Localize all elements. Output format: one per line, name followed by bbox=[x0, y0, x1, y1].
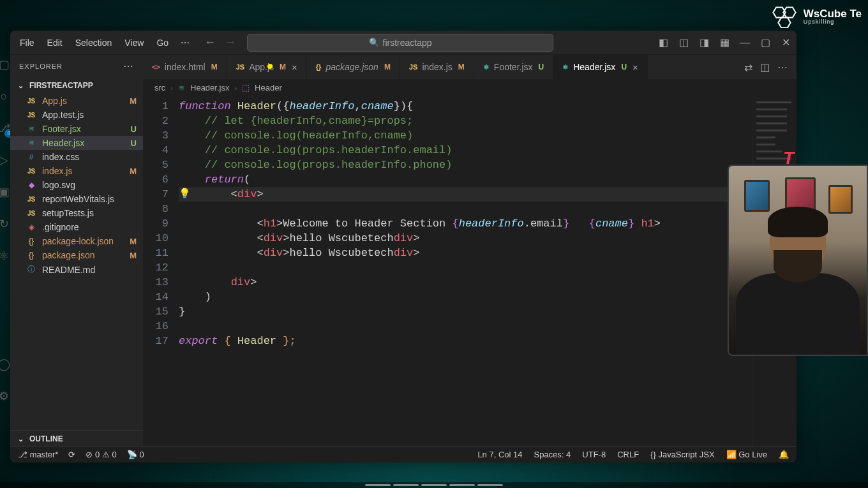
file-row[interactable]: JSApp.jsM bbox=[10, 94, 143, 108]
debug-icon[interactable]: ▷ bbox=[0, 153, 11, 167]
breadcrumb-part: src bbox=[154, 83, 165, 92]
editor-tab[interactable]: JSindex.jsM bbox=[400, 55, 474, 79]
search-icon[interactable]: ○ bbox=[0, 89, 11, 103]
explorer-more-icon[interactable]: ⋯ bbox=[123, 60, 134, 72]
chevron-down-icon: ⌄ bbox=[18, 435, 26, 443]
file-name: Footer.jsx bbox=[42, 124, 126, 134]
go-live-button[interactable]: 📶 Go Live bbox=[726, 450, 767, 459]
git-status: M bbox=[130, 166, 137, 176]
file-name: .gitignore bbox=[42, 222, 137, 232]
cursor-position[interactable]: Ln 7, Col 14 bbox=[477, 450, 522, 459]
editor-tab[interactable]: {}package.jsonM bbox=[307, 55, 400, 79]
git-status: U bbox=[621, 63, 627, 71]
os-taskbar[interactable] bbox=[0, 482, 868, 488]
minimize-icon[interactable]: — bbox=[738, 36, 752, 50]
editor-tab[interactable]: <>index.htmlM bbox=[143, 55, 227, 79]
eol[interactable]: CRLF bbox=[617, 450, 639, 459]
file-icon: ⓘ bbox=[26, 264, 37, 275]
editor-tab[interactable]: ⚛Header.jsxU× bbox=[553, 55, 648, 79]
settings-gear-icon[interactable]: ⚙ bbox=[0, 389, 11, 403]
language-mode[interactable]: {} JavaScript JSX bbox=[650, 450, 714, 459]
file-tree: JSApp.jsMJSApp.test.js⚛Footer.jsxU⚛Heade… bbox=[10, 94, 143, 430]
nav-forward-icon[interactable]: → bbox=[223, 35, 238, 50]
problems-indicator[interactable]: ⊘ 0 ⚠ 0 bbox=[86, 450, 116, 459]
branch-indicator[interactable]: ⎇ master* bbox=[18, 450, 58, 459]
refresh-icon[interactable]: ↻ bbox=[0, 217, 11, 231]
symbol-icon: ⬚ bbox=[242, 83, 250, 92]
file-icon: <> bbox=[152, 63, 160, 71]
file-row[interactable]: {}package.jsonM bbox=[10, 248, 143, 262]
code-editor[interactable]: 1234567891011121314151617 function Heade… bbox=[143, 96, 797, 462]
file-row[interactable]: #index.css bbox=[10, 150, 143, 164]
search-icon: 🔍 bbox=[369, 38, 379, 47]
file-icon: JS bbox=[409, 63, 417, 71]
file-row[interactable]: ⚛Header.jsxU bbox=[10, 136, 143, 150]
indentation[interactable]: Spaces: 4 bbox=[534, 450, 571, 459]
file-icon: {} bbox=[26, 251, 37, 260]
outline-header[interactable]: ⌄ OUTLINE bbox=[10, 430, 143, 447]
code-content[interactable]: function Header({headerInfo,cname}){ // … bbox=[179, 96, 797, 462]
svg-marker-2 bbox=[778, 18, 790, 28]
file-name: package.json bbox=[42, 250, 124, 260]
file-icon: ◆ bbox=[26, 181, 37, 189]
layout-sidebar-right-icon[interactable]: ◨ bbox=[697, 36, 711, 50]
file-row[interactable]: ◆logo.svg bbox=[10, 178, 143, 192]
file-row[interactable]: JSindex.jsM bbox=[10, 164, 143, 178]
git-status: U bbox=[131, 138, 137, 148]
cursor-indicator bbox=[267, 64, 273, 69]
file-name: logo.svg bbox=[42, 180, 137, 190]
close-tab-icon[interactable]: × bbox=[292, 62, 297, 73]
file-row[interactable]: ⓘREADME.md bbox=[10, 262, 143, 277]
file-row[interactable]: JSsetupTests.js bbox=[10, 206, 143, 220]
maximize-icon[interactable]: ▢ bbox=[758, 36, 772, 50]
git-status: M bbox=[384, 63, 391, 71]
lightbulb-icon[interactable]: 💡 bbox=[179, 187, 191, 202]
file-row[interactable]: ◈.gitignore bbox=[10, 220, 143, 234]
react-devtools-icon[interactable]: ⚛ bbox=[0, 249, 11, 263]
layout-panel-icon[interactable]: ◫ bbox=[677, 36, 691, 50]
scm-icon[interactable]: ⎇8 bbox=[0, 121, 11, 135]
react-file-icon: ⚛ bbox=[178, 84, 185, 92]
tab-label: index.html bbox=[165, 62, 206, 72]
editor-tab[interactable]: ⚛Footer.jsxU bbox=[474, 55, 553, 79]
compare-icon[interactable]: ⇄ bbox=[744, 61, 752, 73]
file-name: Header.jsx bbox=[42, 138, 126, 148]
encoding[interactable]: UTF-8 bbox=[582, 450, 606, 459]
file-row[interactable]: ⚛Footer.jsxU bbox=[10, 122, 143, 136]
extensions-icon[interactable]: ▣ bbox=[0, 185, 11, 199]
layout-sidebar-left-icon[interactable]: ◧ bbox=[656, 36, 670, 50]
account-icon[interactable]: ◯ bbox=[0, 357, 11, 371]
menu-file[interactable]: File bbox=[14, 35, 40, 50]
editor-tabs: <>index.htmlMJSApp.jsM×{}package.jsonMJS… bbox=[143, 55, 797, 79]
file-row[interactable]: JSApp.test.js bbox=[10, 108, 143, 122]
breadcrumb[interactable]: src › ⚛ Header.jsx › ⬚ Header bbox=[143, 79, 797, 96]
overlay-letter: T bbox=[783, 148, 794, 168]
sync-icon[interactable]: ⟳ bbox=[68, 450, 75, 459]
webcam-overlay bbox=[728, 165, 868, 356]
file-row[interactable]: JSreportWebVitals.js bbox=[10, 192, 143, 206]
folder-header[interactable]: ⌄ FIRSTREACTAPP bbox=[10, 77, 143, 94]
menu-selection[interactable]: Selection bbox=[70, 35, 118, 50]
files-icon[interactable]: ▢ bbox=[0, 57, 11, 71]
file-row[interactable]: {}package-lock.jsonM bbox=[10, 234, 143, 248]
more-actions-icon[interactable]: ⋯ bbox=[777, 61, 788, 73]
command-center[interactable]: 🔍 firstreactapp bbox=[247, 34, 553, 52]
notifications-icon[interactable]: 🔔 bbox=[779, 450, 789, 459]
file-icon: JS bbox=[236, 63, 244, 71]
menu-more-icon[interactable]: ⋯ bbox=[176, 35, 195, 50]
nav-back-icon[interactable]: ← bbox=[202, 35, 218, 50]
tab-label: Footer.jsx bbox=[494, 62, 533, 72]
menu-go[interactable]: Go bbox=[151, 35, 174, 50]
split-editor-icon[interactable]: ◫ bbox=[760, 61, 770, 73]
watermark-tag: Upskilling bbox=[804, 19, 862, 25]
menu-edit[interactable]: Edit bbox=[41, 35, 68, 50]
close-tab-icon[interactable]: × bbox=[632, 62, 638, 73]
close-icon[interactable]: ✕ bbox=[779, 36, 793, 50]
search-text: firstreactapp bbox=[383, 38, 432, 48]
layout-customize-icon[interactable]: ▦ bbox=[717, 36, 731, 50]
ports-indicator[interactable]: 📡 0 bbox=[127, 450, 144, 459]
file-icon: {} bbox=[26, 237, 37, 246]
menu-view[interactable]: View bbox=[119, 35, 149, 50]
line-numbers: 1234567891011121314151617 bbox=[143, 96, 179, 462]
editor-area: <>index.htmlMJSApp.jsM×{}package.jsonMJS… bbox=[143, 55, 797, 462]
